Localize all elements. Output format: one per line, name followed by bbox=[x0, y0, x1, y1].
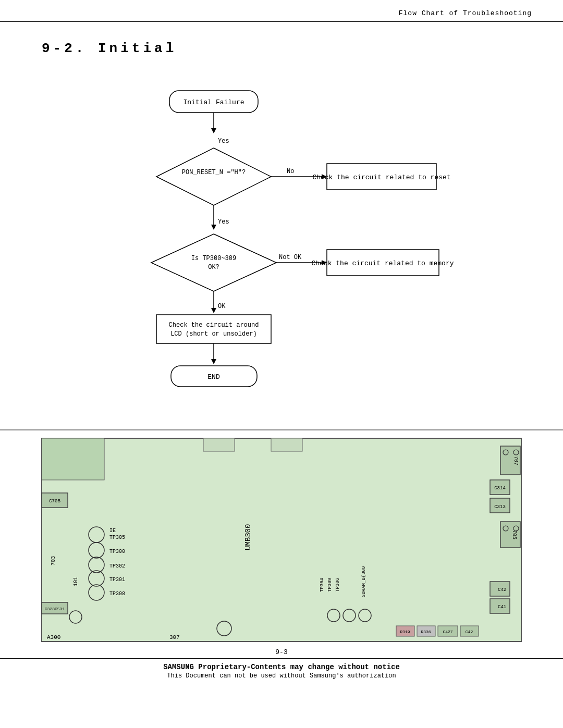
svg-rect-36 bbox=[271, 438, 302, 451]
flowchart-area: Initial Failure Yes PON_RESET_N ="H"? No… bbox=[0, 75, 563, 429]
svg-text:OK?: OK? bbox=[208, 264, 219, 271]
svg-text:Yes: Yes bbox=[218, 138, 229, 145]
svg-rect-34 bbox=[42, 438, 104, 480]
section-title: 9-2. Initial bbox=[42, 41, 563, 56]
svg-text:TP306: TP306 bbox=[335, 578, 340, 592]
svg-rect-35 bbox=[203, 438, 235, 451]
svg-text:703: 703 bbox=[51, 556, 56, 565]
svg-text:Not OK: Not OK bbox=[279, 254, 302, 261]
svg-text:C328C531: C328C531 bbox=[45, 607, 65, 611]
flowchart-svg: Initial Failure Yes PON_RESET_N ="H"? No… bbox=[47, 75, 516, 424]
svg-text:No: No bbox=[287, 168, 294, 175]
svg-text:TP305: TP305 bbox=[109, 535, 125, 540]
footer-main-text: SAMSUNG Proprietary-Contents may change … bbox=[0, 663, 563, 671]
page-footer: SAMSUNG Proprietary-Contents may change … bbox=[0, 658, 563, 682]
header: Flow Chart of Troubleshooting bbox=[0, 0, 563, 22]
svg-text:TP301: TP301 bbox=[109, 577, 125, 583]
svg-marker-13 bbox=[211, 225, 216, 230]
svg-text:C314: C314 bbox=[494, 486, 506, 491]
svg-text:LCD (short or unsolder): LCD (short or unsolder) bbox=[170, 330, 257, 338]
pcb-svg: 707 C314 C313 705 C42 C41 C70B 70 bbox=[0, 430, 563, 648]
svg-text:TP308: TP308 bbox=[109, 591, 125, 597]
svg-text:C42: C42 bbox=[498, 587, 506, 593]
svg-marker-5 bbox=[156, 148, 271, 205]
svg-text:101: 101 bbox=[73, 577, 79, 586]
footer-sub-text: This Document can not be used without Sa… bbox=[0, 672, 563, 680]
svg-text:TP302: TP302 bbox=[109, 563, 125, 569]
svg-text:R319: R319 bbox=[400, 630, 410, 634]
svg-marker-24 bbox=[211, 308, 216, 313]
svg-text:UMB300: UMB300 bbox=[244, 524, 252, 550]
svg-text:TP300: TP300 bbox=[109, 549, 125, 554]
svg-text:IE: IE bbox=[109, 528, 116, 534]
svg-text:END: END bbox=[207, 373, 220, 381]
page-number: 9-3 bbox=[0, 648, 563, 656]
svg-text:C42: C42 bbox=[466, 630, 473, 634]
svg-text:SDRAM_B(300: SDRAM_B(300 bbox=[361, 566, 366, 597]
svg-text:Is TP300~309: Is TP300~309 bbox=[191, 255, 236, 262]
svg-text:705: 705 bbox=[511, 530, 517, 539]
svg-text:OK: OK bbox=[218, 303, 226, 310]
svg-text:Initial Failure: Initial Failure bbox=[183, 98, 244, 106]
svg-text:307: 307 bbox=[169, 634, 180, 640]
svg-marker-3 bbox=[211, 128, 216, 133]
svg-text:R336: R336 bbox=[421, 630, 431, 634]
svg-rect-26 bbox=[156, 315, 271, 343]
header-title: Flow Chart of Troubleshooting bbox=[399, 9, 532, 17]
svg-text:C41: C41 bbox=[498, 604, 506, 610]
svg-text:C70B: C70B bbox=[49, 499, 60, 504]
pcb-area: 707 C314 C313 705 C42 C41 C70B 70 bbox=[0, 429, 563, 648]
svg-text:Check the circuit around: Check the circuit around bbox=[169, 322, 259, 329]
svg-text:TP304: TP304 bbox=[320, 578, 325, 592]
svg-text:707: 707 bbox=[513, 456, 519, 465]
svg-text:Check the circuit related to m: Check the circuit related to memory bbox=[311, 260, 454, 267]
page-container: Flow Chart of Troubleshooting 9-2. Initi… bbox=[0, 0, 563, 728]
svg-text:Check the circuit related to r: Check the circuit related to reset bbox=[312, 174, 450, 181]
svg-text:A300: A300 bbox=[47, 634, 60, 640]
svg-text:TP309: TP309 bbox=[327, 578, 333, 592]
svg-marker-15 bbox=[151, 234, 276, 291]
svg-text:C427: C427 bbox=[443, 630, 452, 634]
svg-text:C313: C313 bbox=[494, 504, 506, 510]
svg-text:Yes: Yes bbox=[218, 218, 229, 226]
svg-text:PON_RESET_N ="H"?: PON_RESET_N ="H"? bbox=[182, 169, 246, 176]
svg-marker-30 bbox=[211, 359, 216, 364]
